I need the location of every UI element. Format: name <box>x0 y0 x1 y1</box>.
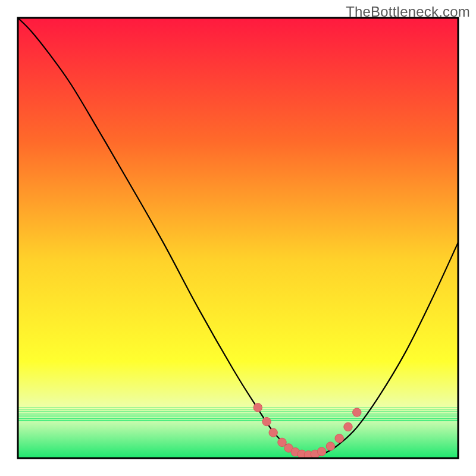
highlight-dot <box>317 447 325 456</box>
highlight-dot <box>344 422 352 431</box>
highlight-dot <box>269 428 277 437</box>
bottleneck-chart <box>0 0 476 476</box>
green-stripe-bands <box>18 408 458 421</box>
watermark-text: TheBottleneck.com <box>346 4 470 20</box>
highlight-dot <box>335 434 343 443</box>
chart-stage: TheBottleneck.com <box>0 0 476 476</box>
highlight-dot <box>326 442 334 450</box>
highlight-dot <box>353 408 361 416</box>
highlight-dot <box>253 403 262 412</box>
highlight-dot <box>262 417 271 425</box>
plot-background <box>18 18 458 458</box>
